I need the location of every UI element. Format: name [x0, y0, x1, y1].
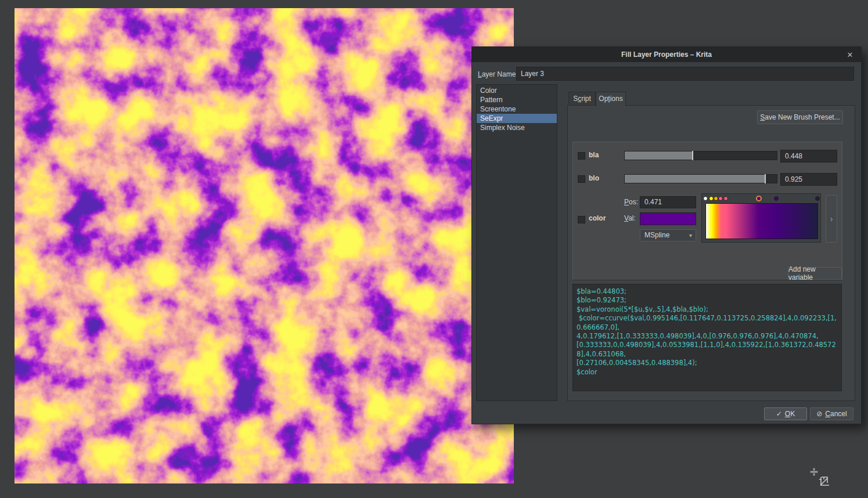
blo-value-box[interactable]: 0.925	[780, 173, 837, 186]
ok-button[interactable]: ✓ OK	[764, 407, 807, 420]
val-swatch[interactable]	[640, 212, 696, 225]
slider[interactable]	[624, 151, 777, 160]
gradient-stop-dot[interactable]	[774, 196, 779, 201]
crop-icon	[819, 471, 829, 485]
list-item-seexpr[interactable]: SeExpr	[477, 114, 557, 123]
seexpr-script-view[interactable]: $bla=0.44803; $blo=0.92473; $val=voronoi…	[572, 284, 842, 391]
color-label: color	[589, 214, 606, 222]
script-line: 4,0.179612,[1,0.333333,0.498039],4,0,[0.…	[577, 332, 838, 341]
bla-label: bla	[589, 151, 599, 159]
script-line: $blo=0.92473;	[577, 296, 838, 305]
gradient-stop-dot[interactable]	[703, 196, 708, 201]
script-line: [0.333333,0,0.498039],4,0.0533981,[1,1,0…	[577, 341, 838, 359]
interpolation-dropdown[interactable]: MSpline ▾	[640, 229, 696, 241]
gradient-stop-dot[interactable]	[756, 196, 762, 201]
pos-label: Pos:	[624, 198, 638, 206]
bla-value-box[interactable]: 0.448	[780, 150, 837, 163]
script-line: [0.27106,0.00458345,0.488398],4);	[577, 359, 838, 367]
color-checkbox[interactable]	[578, 216, 585, 223]
gradient-bar[interactable]	[705, 203, 818, 239]
val-label: Val:	[624, 214, 638, 222]
chevron-down-icon: ▾	[689, 230, 692, 241]
script-line: $val=voronoi(5*[$u,$v,.5],4,$bla,$blo);	[577, 305, 838, 314]
check-icon: ✓	[776, 410, 782, 418]
crosshair-icon	[810, 468, 818, 476]
tab-script[interactable]: Script	[568, 92, 596, 106]
script-line: $bla=0.44803;	[577, 287, 838, 296]
close-icon[interactable]: ✕	[845, 49, 855, 60]
pos-input[interactable]: 0.471	[640, 196, 696, 208]
layer-name-label: Layer Name:	[478, 70, 518, 78]
gradient-next-button[interactable]: ›	[826, 195, 837, 243]
dialog-titlebar[interactable]: Fill Layer Properties – Krita ✕	[472, 47, 861, 62]
gradient-stops-row	[705, 196, 818, 202]
gradient-stop-dot[interactable]	[723, 196, 728, 201]
tab-options[interactable]: Options	[596, 92, 626, 106]
gradient-stop-dot[interactable]	[714, 196, 718, 201]
variables-groupbox: bla 0.448 blo 0.925 color Pos: 0.471 Val…	[572, 142, 842, 280]
dialog-title: Fill Layer Properties – Krita	[621, 50, 712, 59]
add-new-variable-button[interactable]: Add new variable	[788, 267, 842, 280]
canvas-artwork[interactable]	[15, 8, 514, 483]
save-new-brush-preset-button[interactable]: Save New Brush Preset...	[757, 110, 843, 124]
cancel-icon: ⊘	[816, 410, 822, 418]
gradient-stop-dot[interactable]	[718, 196, 723, 201]
script-line: $color=ccurve($val,0.995146,[0.117647,0.…	[577, 314, 838, 332]
cancel-button[interactable]: ⊘ Cancel	[810, 407, 853, 420]
slider[interactable]	[624, 174, 777, 183]
gradient-stop-dot[interactable]	[815, 196, 820, 201]
list-item-screentone[interactable]: Screentone	[477, 104, 557, 114]
fill-layer-properties-dialog: Fill Layer Properties – Krita ✕ Layer Na…	[471, 46, 862, 424]
layer-name-input[interactable]	[516, 67, 854, 81]
blo-checkbox[interactable]	[578, 175, 585, 183]
gradient-editor[interactable]	[701, 193, 821, 243]
bla-checkbox[interactable]	[578, 152, 585, 160]
list-item-color[interactable]: Color	[477, 86, 557, 95]
list-item-simplex-noise[interactable]: Simplex Noise	[477, 123, 557, 132]
crop-tool-cursor	[809, 467, 833, 490]
list-item-pattern[interactable]: Pattern	[477, 95, 557, 104]
generator-list: Color Pattern Screentone SeExpr Simplex …	[476, 84, 557, 401]
blo-label: blo	[589, 174, 599, 182]
script-line: $color	[577, 368, 838, 377]
krita-workspace: Fill Layer Properties – Krita ✕ Layer Na…	[0, 0, 868, 498]
